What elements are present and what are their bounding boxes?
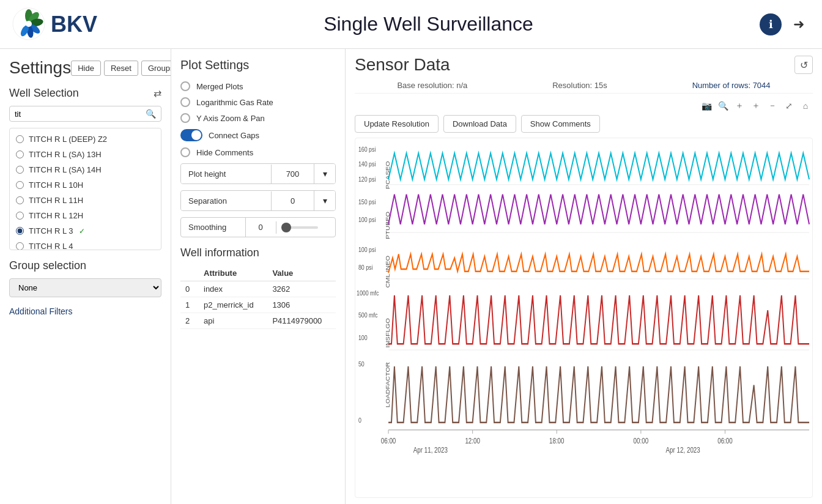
chart-line-insflgo: [388, 295, 809, 344]
fit-tool-button[interactable]: ⤢: [782, 98, 796, 113]
table-row: 0 index 3262: [180, 281, 336, 297]
toggle-y-zoom-icon[interactable]: [180, 113, 190, 123]
well-label: TITCH R L 10H: [29, 180, 83, 190]
well-radio[interactable]: [16, 212, 24, 220]
well-radio[interactable]: [16, 150, 24, 158]
table-cell-value: 1306: [267, 297, 336, 313]
reset-button[interactable]: Reset: [104, 61, 138, 76]
logo-area: BKV: [12, 7, 97, 41]
slider-thumb[interactable]: [281, 223, 291, 232]
separation-value[interactable]: 0: [271, 191, 314, 210]
action-buttons: Update Resolution Download Data Show Com…: [355, 115, 813, 133]
search-container: 🔍: [9, 106, 161, 122]
well-radio[interactable]: [16, 135, 24, 143]
search-input[interactable]: [15, 109, 146, 119]
zoom-in-tool-button[interactable]: ＋: [749, 98, 763, 113]
settings-buttons: Hide Reset Groups: [71, 61, 171, 76]
group-select[interactable]: None Group 1 Group 2: [9, 278, 161, 297]
well-item-selected[interactable]: TITCH R L 3 ✓: [10, 223, 161, 239]
y-label-loadfactor-1: 50: [358, 360, 365, 368]
well-label: TITCH R L 12H: [29, 211, 83, 220]
toggle-merged-icon[interactable]: [180, 81, 190, 91]
download-data-button[interactable]: Download Data: [443, 115, 516, 133]
slider-track[interactable]: [281, 226, 318, 229]
well-item[interactable]: TITCH R L (SA) 13H: [10, 147, 161, 162]
plus-tool-button[interactable]: ＋: [732, 98, 747, 113]
chart-line-cmlineo: [388, 254, 809, 273]
y-label-ptubeo-1: 150 psi: [358, 198, 376, 206]
hide-button[interactable]: Hide: [71, 61, 101, 76]
transfer-icon[interactable]: ⇄: [154, 87, 161, 99]
toggle-log-gas-icon[interactable]: [180, 97, 190, 107]
x-label-time-2: 18:00: [549, 437, 565, 445]
x-label-time-1: 12:00: [465, 437, 480, 445]
well-item[interactable]: TITCH R L 10H: [10, 177, 161, 193]
smoothing-value[interactable]: 0: [245, 218, 276, 237]
toggle-hide-comments-icon[interactable]: [180, 147, 190, 157]
home-tool-button[interactable]: ⌂: [798, 98, 813, 113]
well-item[interactable]: TITCH R L (DEEP) Z2: [10, 132, 161, 147]
y-label-pcaseo-2: 140 psi: [358, 161, 376, 168]
resolution-bar: Base resolution: n/a Resolution: 15s Num…: [355, 78, 813, 94]
chart-container: 160 psi 140 psi 120 psi PCASEO 150 psi 1…: [355, 138, 813, 498]
y-label-insflgo-1: 1000 mfc: [357, 289, 379, 297]
table-cell-value: 3262: [267, 281, 336, 297]
well-label: TITCH R L 4: [29, 242, 73, 250]
well-radio[interactable]: [16, 227, 24, 235]
toggle-hide-comments-label: Hide Comments: [196, 148, 253, 157]
middle-panel: Plot Settings Merged Plots Logarithmic G…: [171, 49, 346, 504]
toggle-y-zoom-label: Y Axis Zoom & Pan: [196, 114, 265, 123]
logout-button[interactable]: ➜: [788, 13, 810, 35]
well-item[interactable]: TITCH R L 11H: [10, 193, 161, 208]
search-icon: 🔍: [146, 109, 156, 119]
well-radio[interactable]: [16, 196, 24, 204]
plot-settings-title: Plot Settings: [180, 58, 336, 72]
well-item[interactable]: TITCH R L 4: [10, 239, 161, 250]
resolution: Resolution: 15s: [552, 81, 607, 90]
logo-text: BKV: [51, 12, 97, 37]
groups-button[interactable]: Groups: [141, 61, 171, 76]
y-label-insflgo-3: 100: [358, 334, 368, 341]
chart-svg: 160 psi 140 psi 120 psi PCASEO 150 psi 1…: [355, 138, 812, 497]
smoothing-slider[interactable]: [276, 221, 336, 234]
smoothing-label: Smoothing: [181, 218, 245, 237]
plot-height-dropdown-icon[interactable]: ▾: [314, 164, 335, 183]
chart-line-loadfactor: [388, 366, 809, 423]
selected-check-icon: ✓: [79, 227, 85, 235]
well-label: TITCH R L (DEEP) Z2: [29, 135, 107, 144]
y-label-ptubeo-2: 100 psi: [358, 216, 376, 223]
well-item[interactable]: TITCH R L 12H: [10, 208, 161, 223]
toggle-connect-gaps-icon[interactable]: [180, 129, 202, 141]
x-label-date-0: Apr 11, 2023: [413, 446, 448, 454]
plot-height-value[interactable]: 700: [271, 165, 314, 183]
series-label-loadfactor: LOADFACTOR: [385, 362, 391, 407]
chart-line-pcaseo: [388, 153, 809, 179]
well-item[interactable]: TITCH R L (SA) 14H: [10, 162, 161, 177]
x-label-date-1: Apr 12, 2023: [666, 446, 700, 454]
well-label: TITCH R L 3: [29, 226, 73, 235]
page-title: Single Well Surveillance: [97, 13, 760, 35]
table-cell-attribute: index: [199, 281, 267, 297]
base-resolution: Base resolution: n/a: [397, 81, 467, 90]
well-label: TITCH R L (SA) 13H: [29, 150, 102, 159]
additional-filters[interactable]: Additional Filters: [9, 306, 161, 316]
well-information-title: Well information: [180, 246, 336, 259]
header-actions: ℹ ➜: [760, 13, 810, 35]
group-selection: Group selection None Group 1 Group 2: [9, 259, 161, 297]
well-radio[interactable]: [16, 166, 24, 174]
well-radio[interactable]: [16, 181, 24, 189]
separation-dropdown-icon[interactable]: ▾: [314, 191, 335, 210]
show-comments-button[interactable]: Show Comments: [521, 115, 600, 133]
refresh-button[interactable]: ↺: [794, 56, 813, 74]
update-resolution-button[interactable]: Update Resolution: [355, 115, 439, 133]
info-button[interactable]: ℹ: [760, 13, 782, 35]
zoom-tool-button[interactable]: 🔍: [716, 98, 730, 113]
x-label-time-3: 00:00: [634, 437, 649, 445]
header: BKV Single Well Surveillance ℹ ➜: [0, 0, 822, 49]
table-cell-idx: 2: [180, 313, 199, 329]
x-label-time-0: 06:00: [381, 437, 396, 445]
well-radio[interactable]: [16, 242, 24, 250]
camera-tool-button[interactable]: 📷: [699, 98, 714, 113]
zoom-out-tool-button[interactable]: －: [765, 98, 780, 113]
series-label-cmlineo: CML INEO: [385, 256, 391, 288]
